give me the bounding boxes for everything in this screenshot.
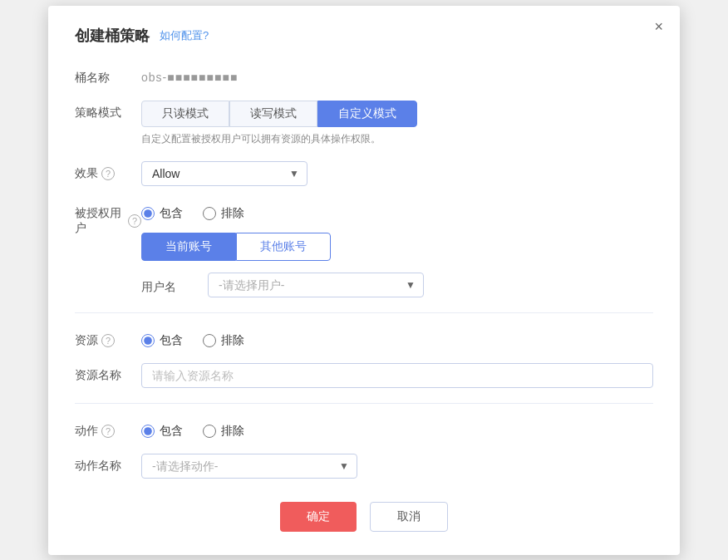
bucket-name-label: 桶名称 [75, 66, 141, 86]
authorized-user-exclude-radio[interactable]: 排除 [203, 206, 244, 221]
divider-2 [75, 403, 653, 404]
mode-desc: 自定义配置被授权用户可以拥有资源的具体操作权限。 [141, 132, 653, 146]
create-bucket-policy-dialog: 创建桶策略 如何配置? × 桶名称 obs-■■■■■■■■■ 策略模式 只读模… [48, 6, 680, 555]
username-row: 用户名 -请选择用户- ▼ [141, 273, 653, 297]
bucket-name-row: 桶名称 obs-■■■■■■■■■ [75, 66, 653, 86]
effect-help-icon[interactable]: ? [101, 167, 115, 180]
action-name-row: 动作名称 -请选择动作- ▼ [75, 454, 653, 479]
authorized-user-include-radio[interactable]: 包含 [141, 206, 183, 221]
cancel-button[interactable]: 取消 [370, 502, 448, 532]
effect-label: 效果 ? [75, 161, 141, 181]
authorized-user-radio-group: 包含 排除 [141, 201, 653, 221]
divider-1 [75, 312, 653, 313]
help-link[interactable]: 如何配置? [160, 28, 209, 43]
account-other-tab[interactable]: 其他账号 [236, 233, 331, 261]
resource-name-label: 资源名称 [75, 363, 141, 383]
effect-select-wrapper: Allow Deny ▼ [141, 161, 307, 186]
resource-name-row: 资源名称 [75, 363, 653, 388]
action-include-radio[interactable]: 包含 [141, 424, 183, 439]
username-select[interactable]: -请选择用户- [208, 273, 424, 297]
effect-select[interactable]: Allow Deny [141, 161, 307, 186]
action-select[interactable]: -请选择动作- [141, 454, 357, 479]
policy-mode-label: 策略模式 [75, 101, 141, 120]
mode-buttons: 只读模式 读写模式 自定义模式 [141, 101, 653, 127]
resource-radio-group: 包含 排除 [141, 328, 653, 348]
authorized-user-help-icon[interactable]: ? [128, 214, 141, 228]
effect-row: 效果 ? Allow Deny ▼ [75, 161, 653, 186]
account-tabs: 当前账号 其他账号 [141, 233, 653, 261]
authorized-user-label: 被授权用户 ? [75, 201, 141, 236]
action-select-wrapper: -请选择动作- ▼ [141, 454, 357, 479]
close-button[interactable]: × [654, 19, 663, 34]
confirm-button[interactable]: 确定 [280, 502, 357, 532]
resource-name-input[interactable] [141, 363, 653, 388]
resource-label: 资源 ? [75, 328, 141, 348]
action-name-label: 动作名称 [75, 454, 141, 474]
action-exclude-radio[interactable]: 排除 [203, 424, 244, 439]
dialog-title: 创建桶策略 [75, 26, 150, 46]
mode-readonly-btn[interactable]: 只读模式 [141, 101, 229, 127]
action-help-icon[interactable]: ? [101, 425, 115, 438]
dialog-header: 创建桶策略 如何配置? [75, 26, 653, 46]
resource-row: 资源 ? 包含 排除 [75, 328, 653, 348]
resource-include-radio[interactable]: 包含 [141, 333, 183, 348]
action-radio-group: 包含 排除 [141, 419, 653, 439]
action-label: 动作 ? [75, 419, 141, 439]
authorized-user-row: 被授权用户 ? 包含 排除 当前账号 其他账号 用户名 [75, 201, 653, 297]
username-select-wrapper: -请选择用户- ▼ [208, 273, 424, 297]
bucket-name-value: obs-■■■■■■■■■ [141, 66, 653, 84]
username-label: 用户名 [141, 275, 208, 295]
resource-exclude-radio[interactable]: 排除 [203, 333, 244, 348]
resource-help-icon[interactable]: ? [101, 334, 115, 347]
action-row: 动作 ? 包含 排除 [75, 419, 653, 439]
mode-readwrite-btn[interactable]: 读写模式 [229, 101, 317, 127]
footer-buttons: 确定 取消 [75, 502, 653, 532]
policy-mode-row: 策略模式 只读模式 读写模式 自定义模式 自定义配置被授权用户可以拥有资源的具体… [75, 101, 653, 146]
mode-custom-btn[interactable]: 自定义模式 [317, 101, 417, 127]
account-current-tab[interactable]: 当前账号 [141, 233, 236, 261]
